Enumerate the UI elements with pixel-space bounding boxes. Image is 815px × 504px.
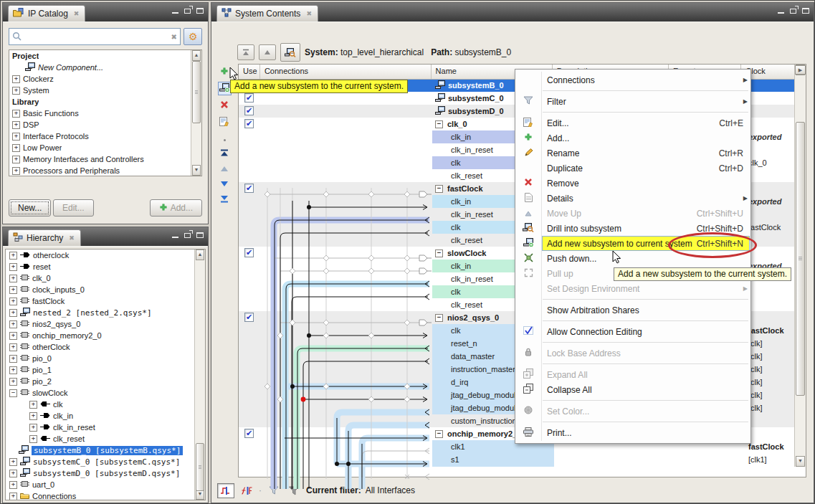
filter-icon[interactable] bbox=[266, 484, 282, 498]
export-cell[interactable] bbox=[671, 466, 744, 467]
menu-item-allow-connection-editing[interactable]: Allow Connection Editing bbox=[515, 324, 750, 339]
add-subsystem-button[interactable] bbox=[218, 82, 232, 95]
expand-icon[interactable]: + bbox=[9, 263, 17, 271]
move-to-top-button[interactable] bbox=[220, 149, 229, 158]
hierarchy-item-onchip-memory2-0[interactable]: +onchip_memory2_0 bbox=[6, 330, 205, 341]
expand-icon[interactable]: + bbox=[9, 309, 17, 317]
hierarchy-item-pio-1[interactable]: +pio_1 bbox=[6, 364, 205, 376]
expand-icon[interactable]: + bbox=[9, 378, 17, 386]
expand-icon[interactable]: + bbox=[9, 458, 17, 466]
move-to-bottom-button[interactable] bbox=[220, 195, 229, 204]
scroll-down-icon[interactable]: ▼ bbox=[192, 165, 201, 176]
ip-tree-item-basic-functions[interactable]: +Basic Functions bbox=[9, 108, 201, 119]
menu-item-show-arbitration-shares[interactable]: Show Arbitration Shares bbox=[515, 303, 750, 318]
hierarchy-item-connections[interactable]: +Connections bbox=[6, 490, 205, 500]
collapse-icon[interactable]: − bbox=[435, 249, 443, 257]
hierarchy-item-clock-inputs-0[interactable]: +clock_inputs_0 bbox=[6, 284, 205, 295]
column-header-use[interactable]: Use bbox=[239, 65, 260, 79]
collapse-icon[interactable]: − bbox=[435, 314, 443, 322]
expand-icon[interactable]: + bbox=[9, 470, 17, 477]
float-icon[interactable] bbox=[184, 9, 191, 14]
expand-icon[interactable]: + bbox=[9, 252, 17, 260]
move-down-button[interactable] bbox=[220, 180, 229, 189]
use-checkbox[interactable]: ✔ bbox=[244, 106, 254, 115]
minimize-icon[interactable] bbox=[778, 8, 784, 14]
hierarchy-item-nested-2-nested-2-qsys[interactable]: +nested_2 [nested_2.qsys*] bbox=[6, 307, 205, 318]
use-checkbox[interactable]: ✔ bbox=[244, 93, 254, 103]
hierarchy-item-slowclock[interactable]: −slowClock bbox=[6, 387, 205, 399]
scroll-right-icon[interactable]: ▶ bbox=[795, 65, 806, 75]
expand-icon[interactable]: + bbox=[29, 401, 37, 409]
menu-item-add-new-subsystem-to-current-system[interactable]: Add new subsystem to current systemCtrl+… bbox=[515, 236, 750, 251]
hierarchy-item-subsystemd-0-subsystemd-qsys[interactable]: +subsystemD_0 [subsystemD.qsys*] bbox=[6, 467, 205, 479]
vertical-scrollbar[interactable]: ▲ ▼ bbox=[794, 65, 806, 467]
hierarchy-item-clk-in[interactable]: +clk_in bbox=[6, 410, 205, 422]
expand-icon[interactable]: + bbox=[9, 493, 17, 500]
tab-system-contents[interactable]: System Contents ✖ bbox=[216, 5, 318, 22]
table-row-reset1[interactable]: reset1[clk1] bbox=[239, 466, 795, 467]
collapse-icon[interactable]: − bbox=[435, 120, 443, 128]
hierarchy-item-uart-0[interactable]: +uart_0 bbox=[6, 479, 205, 490]
ip-tree-scrollbar[interactable]: ▲ ▼ bbox=[191, 50, 201, 176]
fit-waveform-icon[interactable] bbox=[239, 484, 254, 498]
maximize-icon[interactable] bbox=[802, 8, 809, 14]
clear-search-icon[interactable]: ✖ bbox=[171, 33, 177, 41]
expand-icon[interactable]: + bbox=[9, 320, 17, 328]
search-input[interactable] bbox=[24, 32, 168, 42]
scroll-up-icon[interactable]: ▲ bbox=[192, 50, 201, 61]
expand-icon[interactable]: + bbox=[12, 156, 20, 163]
hierarchy-item-subsystemb-0-subsystemb-qsys[interactable]: subsystemB_0 [subsystemB.qsys*] bbox=[6, 444, 205, 456]
expand-icon[interactable]: + bbox=[12, 167, 20, 175]
expand-icon[interactable]: + bbox=[9, 366, 17, 374]
hierarchy-item-subsystemc-0-subsystemc-qsys[interactable]: +subsystemC_0 [subsystemC.qsys*] bbox=[6, 456, 205, 467]
ip-tree-item-system[interactable]: +System bbox=[9, 85, 201, 96]
edit-button[interactable]: Edit... bbox=[53, 199, 94, 217]
waveform-toggle-icon[interactable] bbox=[217, 483, 234, 498]
hierarchy-item-fastclock[interactable]: +fastClock bbox=[6, 295, 205, 307]
collapse-icon[interactable]: − bbox=[435, 430, 443, 438]
expand-icon[interactable]: + bbox=[9, 355, 17, 363]
maximize-icon[interactable] bbox=[196, 232, 204, 238]
hierarchy-item-clk-in-reset[interactable]: +clk_in_reset bbox=[6, 422, 205, 433]
collapse-icon[interactable]: − bbox=[9, 389, 17, 397]
hierarchy-item-pio-2[interactable]: +pio_2 bbox=[6, 376, 205, 387]
menu-item-filter[interactable]: Filter▶ bbox=[515, 94, 750, 109]
ip-tree-item-new-component-[interactable]: New Component... bbox=[9, 62, 201, 73]
expand-icon[interactable]: + bbox=[29, 435, 37, 443]
expand-icon[interactable]: + bbox=[12, 133, 20, 141]
expand-icon[interactable]: + bbox=[9, 332, 17, 340]
remove-filter-icon[interactable] bbox=[286, 484, 302, 498]
ip-tree-item-interface-protocols[interactable]: +Interface Protocols bbox=[9, 130, 201, 142]
menu-item-collapse-all[interactable]: Collapse All bbox=[515, 382, 750, 397]
ip-tree-item-low-power[interactable]: +Low Power bbox=[9, 142, 201, 153]
hierarchy-item-otherclock[interactable]: +otherClock bbox=[6, 341, 205, 353]
hierarchy-item-otherclock[interactable]: +otherclock bbox=[6, 249, 205, 261]
collapse-icon[interactable]: − bbox=[435, 185, 443, 193]
menu-item-lock-base-address[interactable]: Lock Base Address bbox=[515, 346, 750, 361]
menu-item-rename[interactable]: RenameCtrl+R bbox=[515, 146, 750, 161]
menu-item-details[interactable]: Details▶ bbox=[515, 191, 750, 206]
ip-tree-item-project[interactable]: Project bbox=[9, 50, 201, 62]
hierarchy-item-clk[interactable]: +clk bbox=[6, 399, 205, 410]
expand-icon[interactable]: + bbox=[12, 121, 20, 129]
hierarchy-scrollbar[interactable]: ▲ ▼ bbox=[194, 249, 205, 500]
close-icon[interactable]: ✖ bbox=[306, 10, 312, 17]
ip-tree-item-memory-interfaces-and-controllers[interactable]: +Memory Interfaces and Controllers bbox=[9, 153, 201, 165]
add-component-button[interactable] bbox=[220, 67, 229, 77]
hierarchy-item-clk-reset[interactable]: +clk_reset bbox=[6, 433, 205, 444]
minimize-icon[interactable] bbox=[172, 8, 178, 14]
maximize-icon[interactable] bbox=[196, 8, 204, 14]
ip-tree-item-library[interactable]: Library bbox=[9, 96, 201, 108]
menu-item-print[interactable]: Print... bbox=[515, 425, 750, 440]
hierarchy-item-pio-0[interactable]: +pio_0 bbox=[6, 353, 205, 364]
use-checkbox[interactable]: ✔ bbox=[244, 184, 254, 193]
table-row-s1[interactable]: s1[clk1] bbox=[239, 453, 795, 466]
expand-icon[interactable]: + bbox=[29, 424, 37, 432]
tab-ip-catalog[interactable]: IP Catalog ✖ bbox=[8, 5, 85, 22]
hierarchy-item-reset[interactable]: +reset bbox=[6, 261, 205, 272]
menu-item-remove[interactable]: Remove bbox=[515, 176, 750, 191]
menu-item-set-design-environment[interactable]: Set Design Environment▶ bbox=[515, 281, 750, 296]
expand-icon[interactable]: + bbox=[29, 412, 37, 420]
expand-icon[interactable]: + bbox=[9, 286, 17, 294]
use-checkbox[interactable]: ✔ bbox=[244, 429, 254, 438]
